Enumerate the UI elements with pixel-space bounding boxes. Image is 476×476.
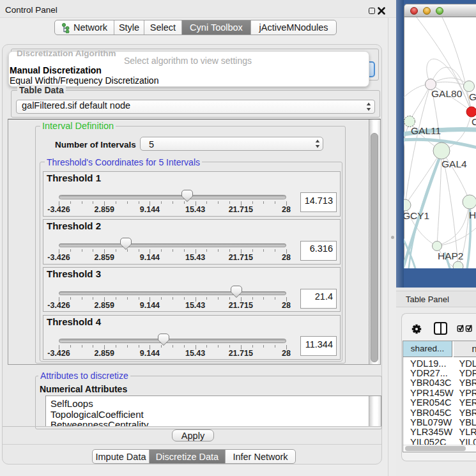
svg-text:GAL11: GAL11 — [411, 125, 441, 136]
svg-text:HAP2: HAP2 — [438, 250, 464, 261]
svg-text:GA: GA — [469, 91, 476, 102]
svg-text:GAL80: GAL80 — [431, 88, 463, 99]
svg-text:GCY1: GCY1 — [404, 210, 429, 221]
svg-text:C: C — [472, 116, 476, 127]
svg-text:GAL4: GAL4 — [441, 158, 467, 169]
svg-text:H: H — [469, 210, 476, 220]
